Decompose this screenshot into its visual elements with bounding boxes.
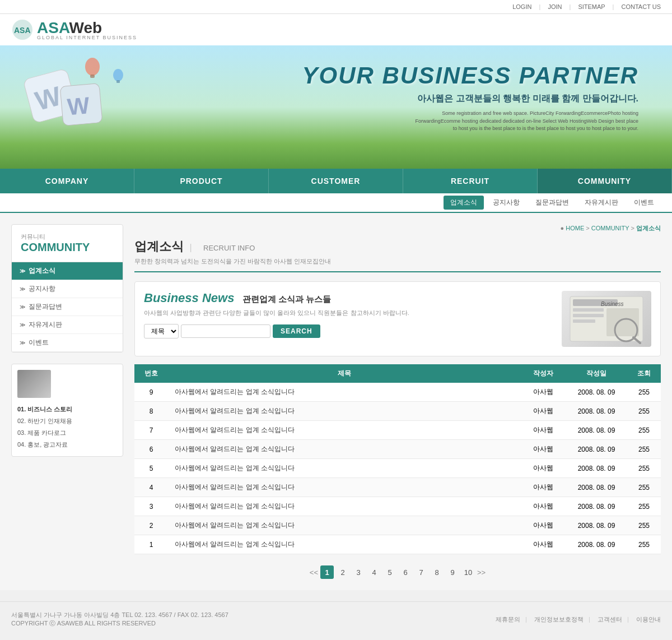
cell-num: 5 (134, 459, 168, 478)
cell-author: 아사웹 (521, 383, 566, 402)
sidebar-menu-업계소식[interactable]: ≫ 업계소식 (12, 262, 123, 280)
nav-product[interactable]: PRODUCT (134, 169, 269, 193)
search-input[interactable] (181, 324, 270, 338)
contact-link[interactable]: CONTACT US (622, 3, 661, 10)
sidebar-menu-자유게시판[interactable]: ≫ 자유게시판 (12, 316, 123, 334)
cell-title[interactable]: 아사웹에서 알려드리는 업계 소식입니다 (168, 440, 521, 459)
footer-link-3[interactable]: 고객센터 (598, 616, 622, 623)
table-row: 5 아사웹에서 알려드리는 업계 소식입니다 아사웹 2008. 08. 09 … (134, 459, 661, 478)
cell-title[interactable]: 아사웹에서 알려드리는 업계 소식입니다 (168, 535, 521, 554)
arrow-icon: ≫ (20, 322, 25, 328)
svg-rect-16 (573, 314, 604, 317)
table-row: 8 아사웹에서 알려드리는 업계 소식입니다 아사웹 2008. 08. 09 … (134, 402, 661, 421)
footer-link-4[interactable]: 이용안내 (636, 616, 661, 623)
book-icon (17, 370, 51, 398)
sidebar-menu: ≫ 업계소식 ≫ 공지사항 ≫ 질문과답변 ≫ 자유게시판 ≫ 이벤트 (11, 262, 123, 353)
news-header-left: Business News 관련업계 소식과 뉴스들 아사웹의 사업방향과 관련… (144, 291, 562, 338)
arrow-icon: ≫ (20, 286, 25, 292)
table-row: 2 아사웹에서 알려드리는 업계 소식입니다 아사웹 2008. 08. 09 … (134, 516, 661, 535)
cell-title[interactable]: 아사웹에서 알려드리는 업계 소식입니다 (168, 516, 521, 535)
cell-num: 3 (134, 497, 168, 516)
cell-author: 아사웹 (521, 421, 566, 440)
sub-nav-업계소식[interactable]: 업계소식 (444, 196, 484, 210)
top-bar: LOGIN | JOIN | SITEMAP | CONTACT US (0, 0, 672, 14)
sidebar-link-1[interactable]: 01. 비즈니스 스토리 (17, 404, 117, 415)
page-num-2[interactable]: 2 (336, 565, 349, 579)
sitemap-link[interactable]: SITEMAP (578, 3, 605, 10)
footer-link-1[interactable]: 제휴문의 (496, 616, 520, 623)
arrow-icon: ≫ (20, 268, 25, 274)
sub-nav-질문과답변[interactable]: 질문과답변 (529, 196, 576, 210)
news-header: Business News 관련업계 소식과 뉴스들 아사웹의 사업방향과 관련… (134, 281, 661, 356)
table-row: 1 아사웹에서 알려드리는 업계 소식입니다 아사웹 2008. 08. 09 … (134, 535, 661, 554)
cell-author: 아사웹 (521, 459, 566, 478)
page-desc: 무한한 창의력과 넘치는 도전의식을 가진 바람직한 아사웹 인재모집안내 (134, 257, 661, 266)
main-content: 커뮤니티 COMMUNITY ≫ 업계소식 ≫ 공지사항 ≫ 질문과답변 ≫ 자… (0, 213, 672, 590)
cell-date: 2008. 08. 09 (566, 535, 627, 554)
search-type-select[interactable]: 제목 (144, 324, 179, 338)
page-num-5[interactable]: 5 (383, 565, 396, 579)
cell-num: 1 (134, 535, 168, 554)
news-title-row: Business News 관련업계 소식과 뉴스들 (144, 291, 562, 305)
cell-views: 255 (627, 459, 661, 478)
sidebar-menu-질문과답변[interactable]: ≫ 질문과답변 (12, 298, 123, 316)
col-title: 제목 (168, 364, 521, 383)
cell-views: 255 (627, 516, 661, 535)
sidebar-link-2[interactable]: 02. 하반기 인재채용 (17, 415, 117, 427)
arrow-icon: ≫ (20, 304, 25, 310)
cell-views: 255 (627, 497, 661, 516)
table-row: 4 아사웹에서 알려드리는 업계 소식입니다 아사웹 2008. 08. 09 … (134, 478, 661, 497)
sidebar-link-3[interactable]: 03. 제품 카다로그 (17, 427, 117, 439)
nav-community[interactable]: COMMUNITY (538, 169, 672, 193)
hero-subtitle: 아사웹은 고객분들의 행복한 미래를 함께 만들어갑니다. (417, 93, 638, 105)
cell-num: 6 (134, 440, 168, 459)
page-num-9[interactable]: 9 (446, 565, 459, 579)
content-area: ● HOME > COMMUNITY > 업계소식 업계소식 | RECRUIT… (134, 224, 661, 579)
table-header: 번호 제목 작성자 작성일 조회 (134, 364, 661, 383)
sidebar-menu-공지사항[interactable]: ≫ 공지사항 (12, 280, 123, 298)
sidebar-link-4[interactable]: 04. 홍보, 광고자료 (17, 439, 117, 451)
nav-recruit[interactable]: RECRUIT (403, 169, 538, 193)
search-button[interactable]: SEARCH (273, 324, 320, 338)
nav-customer[interactable]: CUSTOMER (269, 169, 403, 193)
sub-nav-이벤트[interactable]: 이벤트 (627, 196, 661, 210)
cell-title[interactable]: 아사웹에서 알려드리는 업계 소식입니다 (168, 459, 521, 478)
logo-tagline: GLOBAL INTERNET BUSINESS (37, 35, 137, 40)
table-body: 9 아사웹에서 알려드리는 업계 소식입니다 아사웹 2008. 08. 09 … (134, 383, 661, 554)
cell-author: 아사웹 (521, 402, 566, 421)
cell-num: 9 (134, 383, 168, 402)
page-num-7[interactable]: 7 (414, 565, 428, 579)
login-link[interactable]: LOGIN (512, 3, 531, 10)
page-num-1[interactable]: 1 (320, 565, 334, 579)
cell-title[interactable]: 아사웹에서 알려드리는 업계 소식입니다 (168, 383, 521, 402)
hero-title: YOUR BUSINESS PARTNER (302, 62, 638, 89)
sidebar-header: 커뮤니티 COMMUNITY (11, 224, 123, 262)
page-header: 업계소식 | RECRUIT INFO 무한한 창의력과 넘치는 도전의식을 가… (134, 238, 661, 272)
business-news-title: Business News (144, 291, 234, 305)
cell-date: 2008. 08. 09 (566, 478, 627, 497)
prev-prev-arrow[interactable]: << (310, 568, 318, 577)
page-num-4[interactable]: 4 (367, 565, 381, 579)
cell-title[interactable]: 아사웹에서 알려드리는 업계 소식입니다 (168, 421, 521, 440)
hero-banner: W W YOUR BUSINESS PARTNER 아사웹은 고객분들의 행복한… (0, 45, 672, 169)
page-num-3[interactable]: 3 (352, 565, 365, 579)
page-num-8[interactable]: 8 (430, 565, 444, 579)
cell-title[interactable]: 아사웹에서 알려드리는 업계 소식입니다 (168, 478, 521, 497)
col-date: 작성일 (566, 364, 627, 383)
page-num-6[interactable]: 6 (399, 565, 412, 579)
svg-text:Business: Business (601, 301, 624, 307)
cell-title[interactable]: 아사웹에서 알려드리는 업계 소식입니다 (168, 402, 521, 421)
next-next-arrow[interactable]: >> (477, 568, 486, 577)
nav-company[interactable]: COMPANY (0, 169, 134, 193)
sidebar-menu-이벤트[interactable]: ≫ 이벤트 (12, 334, 123, 352)
footer-link-2[interactable]: 개인정보보호정책 (534, 616, 584, 623)
page-num-10[interactable]: 10 (461, 565, 475, 579)
cell-title[interactable]: 아사웹에서 알려드리는 업계 소식입니다 (168, 497, 521, 516)
cell-author: 아사웹 (521, 497, 566, 516)
cell-views: 255 (627, 421, 661, 440)
sub-nav-자유게시판[interactable]: 자유게시판 (578, 196, 625, 210)
cell-views: 255 (627, 535, 661, 554)
join-link[interactable]: JOIN (548, 3, 562, 10)
col-num: 번호 (134, 364, 168, 383)
sub-nav-공지사항[interactable]: 공지사항 (486, 196, 526, 210)
